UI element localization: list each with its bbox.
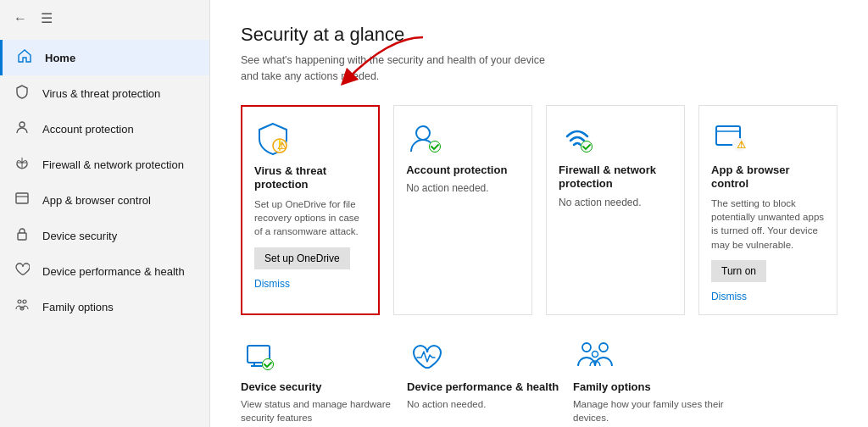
device-security-icon-area bbox=[241, 336, 393, 376]
device-security-icon bbox=[241, 337, 278, 374]
person-icon bbox=[14, 119, 31, 138]
turn-on-button[interactable]: Turn on bbox=[711, 260, 766, 282]
sidebar-item-device-security[interactable]: Device security bbox=[0, 218, 209, 253]
app-browser-card-title: App & browser control bbox=[711, 164, 825, 192]
account-card-title: Account protection bbox=[406, 164, 520, 178]
firewall-card-status: No action needed. bbox=[559, 197, 672, 208]
family-options-icon-area bbox=[573, 336, 726, 376]
home-icon bbox=[16, 48, 33, 67]
svg-text:⚠: ⚠ bbox=[277, 140, 287, 152]
app-browser-warning-icon: ⚠ bbox=[711, 119, 748, 157]
virus-card-icon-area: ⚠ bbox=[254, 119, 366, 159]
sidebar-top: ← ☰ bbox=[0, 0, 209, 36]
svg-point-3 bbox=[18, 300, 21, 303]
page-title: Security at a glance bbox=[241, 24, 837, 46]
firewall-card-icon-area bbox=[559, 118, 672, 158]
sidebar-item-virus[interactable]: Virus & threat protection bbox=[0, 75, 209, 111]
app-browser-icon-area: ⚠ bbox=[711, 118, 825, 158]
device-health-bottom-card: Device performance & health No action ne… bbox=[407, 336, 559, 424]
svg-point-4 bbox=[23, 300, 26, 303]
sidebar-item-device-health[interactable]: Device performance & health bbox=[0, 253, 209, 289]
sidebar: ← ☰ Home Virus & threat protection bbox=[0, 0, 210, 427]
virus-card-desc: Set up OneDrive for file recovery option… bbox=[254, 197, 366, 238]
account-card-status: No action needed. bbox=[406, 182, 520, 194]
family-options-desc: Manage how your family uses their device… bbox=[573, 397, 726, 424]
svg-rect-2 bbox=[18, 233, 26, 240]
firewall-card: Firewall & network protection No action … bbox=[546, 105, 685, 315]
shield-warning-icon: ⚠ bbox=[254, 120, 292, 158]
virus-dismiss-link[interactable]: Dismiss bbox=[254, 278, 366, 290]
app-browser-card: ⚠ App & browser control The setting to b… bbox=[698, 105, 837, 315]
back-button[interactable]: ← bbox=[14, 11, 27, 26]
network-icon bbox=[14, 155, 31, 174]
lock-icon bbox=[14, 226, 31, 245]
sidebar-item-label: Account protection bbox=[42, 123, 134, 136]
heart-icon bbox=[14, 262, 31, 280]
sidebar-item-label: Home bbox=[45, 52, 75, 64]
virus-card-title: Virus & threat protection bbox=[254, 164, 366, 193]
family-options-bottom-card: Family options Manage how your family us… bbox=[573, 336, 726, 424]
sidebar-item-account[interactable]: Account protection bbox=[0, 111, 209, 147]
page-subtitle: See what's happening with the security a… bbox=[241, 53, 837, 85]
sidebar-item-family[interactable]: Family options bbox=[0, 289, 209, 324]
app-dismiss-link[interactable]: Dismiss bbox=[711, 291, 825, 302]
hamburger-menu[interactable]: ☰ bbox=[41, 10, 53, 26]
sidebar-item-label: Firewall & network protection bbox=[42, 158, 184, 171]
firewall-check-icon bbox=[559, 119, 596, 157]
sidebar-item-label: Virus & threat protection bbox=[42, 87, 160, 100]
sidebar-item-label: Device performance & health bbox=[42, 265, 185, 278]
setup-onedrive-button[interactable]: Set up OneDrive bbox=[254, 247, 350, 269]
sidebar-item-label: Family options bbox=[42, 301, 114, 313]
family-options-title: Family options bbox=[573, 380, 726, 393]
device-health-icon bbox=[407, 337, 444, 374]
device-health-icon-area bbox=[407, 336, 559, 376]
account-protection-card: Account protection No action needed. bbox=[393, 105, 532, 315]
shield-icon bbox=[14, 84, 31, 103]
device-health-desc: No action needed. bbox=[407, 397, 559, 411]
family-icon bbox=[14, 297, 31, 316]
device-security-title: Device security bbox=[241, 380, 393, 393]
sidebar-item-home[interactable]: Home bbox=[0, 40, 209, 75]
sidebar-nav: Home Virus & threat protection Account p… bbox=[0, 40, 209, 324]
account-check-icon bbox=[406, 119, 443, 157]
device-security-desc: View status and manage hardware security… bbox=[241, 397, 393, 424]
main-content: Security at a glance See what's happenin… bbox=[210, 0, 868, 427]
sidebar-item-label: App & browser control bbox=[42, 194, 151, 207]
svg-point-0 bbox=[19, 122, 25, 127]
sidebar-item-firewall[interactable]: Firewall & network protection bbox=[0, 147, 209, 182]
svg-rect-1 bbox=[16, 193, 28, 203]
device-health-title: Device performance & health bbox=[407, 380, 559, 393]
firewall-card-title: Firewall & network protection bbox=[559, 164, 672, 192]
app-browser-card-desc: The setting to block potentially unwante… bbox=[711, 197, 825, 251]
virus-threat-card: ⚠ Virus & threat protection Set up OneDr… bbox=[241, 105, 380, 315]
top-cards-row: ⚠ Virus & threat protection Set up OneDr… bbox=[241, 105, 837, 315]
svg-point-10 bbox=[416, 126, 430, 140]
svg-point-21 bbox=[582, 343, 591, 352]
account-card-icon-area bbox=[406, 118, 520, 158]
svg-point-22 bbox=[599, 343, 608, 352]
sidebar-item-label: Device security bbox=[42, 230, 117, 242]
device-security-bottom-card: Device security View status and manage h… bbox=[241, 336, 393, 424]
svg-text:⚠: ⚠ bbox=[737, 139, 746, 151]
svg-point-23 bbox=[593, 351, 598, 357]
sidebar-item-app[interactable]: App & browser control bbox=[0, 182, 209, 218]
family-options-icon bbox=[573, 337, 617, 374]
browser-icon bbox=[14, 191, 31, 209]
bottom-cards-row: Device security View status and manage h… bbox=[241, 336, 837, 424]
